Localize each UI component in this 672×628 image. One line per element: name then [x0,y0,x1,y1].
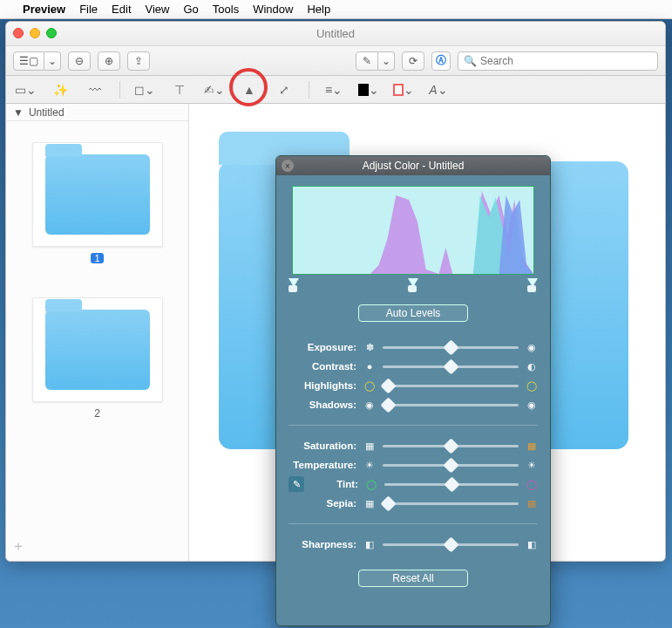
shapes-tool-button[interactable]: ◻︎⌄ [134,80,155,99]
sepia-label: Sepia: [288,498,356,509]
line-style-button[interactable]: ≡⌄ [323,80,344,99]
text-style-button[interactable]: A⌄ [428,80,449,99]
tint-row: ✎ Tint: ◯ ◯ [288,474,538,494]
shadows-slider[interactable] [383,404,519,406]
highlight-tool-menu[interactable]: ⌄ [378,51,395,71]
shadows-label: Shadows: [288,399,356,410]
tint-slider[interactable] [384,483,519,486]
add-page-button[interactable]: ＋ [11,537,25,556]
instant-alpha-button[interactable]: ✨ [50,80,71,99]
eyedropper-button[interactable]: ✎ [288,476,304,492]
levels-markers[interactable] [288,278,538,292]
menu-view[interactable]: View [146,3,170,16]
window-titlebar[interactable]: Untitled [6,22,665,46]
disclosure-triangle-icon[interactable]: ▼ [13,106,24,119]
menu-help[interactable]: Help [307,3,330,16]
sharpness-label: Sharpness: [288,539,356,550]
exposure-row: Exposure: ✽ ◉ [288,338,538,357]
menu-edit[interactable]: Edit [112,3,131,16]
auto-levels-button[interactable]: Auto Levels [358,304,468,322]
panel-separator [288,425,538,426]
panel-titlebar[interactable]: × Adjust Color - Untitled [276,156,550,175]
contrast-right-icon: ◐ [526,361,538,372]
saturation-slider[interactable] [383,445,519,447]
window-title: Untitled [316,27,355,40]
saturation-label: Saturation: [288,440,356,451]
sign-tool-button[interactable]: ✍︎⌄ [204,80,225,99]
window-traffic-lights [13,28,57,38]
markup-toolbar-button[interactable]: Ⓐ [431,51,451,71]
menu-tools[interactable]: Tools [213,3,239,16]
resize-icon: ⤢ [279,83,289,97]
outline-swatch-icon [393,84,404,96]
signature-icon: ✍︎ [204,83,214,97]
selection-rect-icon: ▭ [15,83,26,97]
menu-go[interactable]: Go [183,3,198,16]
panel-close-button[interactable]: × [282,160,294,172]
rotate-button[interactable]: ⟳ [402,51,424,71]
sharpness-right-icon: ◧ [526,539,538,550]
sidebar-header[interactable]: ▼ Untitled [6,104,188,121]
border-color-button[interactable]: ⌄ [358,80,379,99]
highlights-row: Highlights: ◯ ◯ [288,376,538,395]
menu-file[interactable]: File [79,3,98,16]
adjust-size-button[interactable]: ⤢ [274,80,295,99]
app-menu[interactable]: Preview [23,3,65,16]
sidebar-doc-name: Untitled [29,106,64,119]
sharpness-row: Sharpness: ◧ ◧ [288,535,538,554]
exposure-slider[interactable] [383,346,519,349]
toolbar-divider [119,81,120,99]
exposure-label: Exposure: [288,342,356,352]
contrast-slider[interactable] [383,365,519,368]
reset-all-button[interactable]: Reset All [358,570,468,587]
minimize-window-button[interactable] [30,28,40,38]
sidebar-view-menu[interactable]: ⌄ [44,51,61,71]
panel-separator [288,523,538,524]
text-tool-button[interactable]: ⊤ [169,80,190,99]
zoom-in-button[interactable]: ⊕ [98,51,120,71]
fill-color-button[interactable]: ⌄ [393,80,414,99]
main-toolbar: ☰▢ ⌄ ⊖ ⊕ ⇪ ✎ ⌄ ⟳ Ⓐ 🔍 [6,46,665,76]
magic-wand-icon: ✨ [53,83,68,97]
thumbnails-sidebar: ▼ Untitled 1 2 ＋ [6,104,189,561]
share-button[interactable]: ⇪ [127,51,150,71]
thumbnail-page-1[interactable] [32,142,163,247]
folder-icon [45,310,150,390]
zoom-out-button[interactable]: ⊖ [68,51,91,71]
highlights-label: Highlights: [288,380,356,391]
sidebar-view-button[interactable]: ☰▢ [13,51,44,71]
saturation-row: Saturation: ▦ ▦ [288,436,538,455]
search-field[interactable]: 🔍 [458,51,658,71]
search-icon: 🔍 [464,55,477,67]
sharpness-slider[interactable] [383,543,519,546]
panel-title: Adjust Color - Untitled [363,160,465,172]
page-number-1: 1 [6,252,188,264]
histogram [292,186,534,275]
sepia-row: Sepia: ▦ ▦ [288,494,538,513]
text-box-icon: ⊤ [174,83,185,97]
highlights-slider[interactable] [383,385,519,387]
thumbnail-page-2[interactable] [32,297,163,402]
highlighter-icon: ✎ [363,55,371,67]
sepia-slider[interactable] [383,502,519,505]
menu-window[interactable]: Window [253,3,293,16]
histogram-svg [293,187,533,274]
sketch-tool-button[interactable]: 〰︎ [85,80,105,99]
sepia-right-icon: ▦ [526,498,538,509]
selection-tool-button[interactable]: ▭⌄ [15,80,36,99]
zoom-window-button[interactable] [46,28,57,38]
temperature-label: Temperature: [288,460,356,470]
temperature-left-icon: ☀ [363,460,376,471]
search-input[interactable] [480,55,652,67]
temperature-slider[interactable] [383,464,519,467]
saturation-right-icon: ▦ [526,440,538,452]
lines-icon: ≡ [325,83,332,97]
close-window-button[interactable] [13,28,24,38]
tint-label: Tint: [309,479,358,489]
temperature-right-icon: ☀ [526,460,538,471]
shapes-icon: ◻︎ [134,83,145,97]
highlight-tool-button[interactable]: ✎ [356,51,378,71]
adjust-color-panel[interactable]: × Adjust Color - Untitled Auto Levels Ex… [275,155,551,626]
adjust-color-button[interactable]: ▲ [239,80,260,99]
temperature-row: Temperature: ☀ ☀ [288,455,538,474]
